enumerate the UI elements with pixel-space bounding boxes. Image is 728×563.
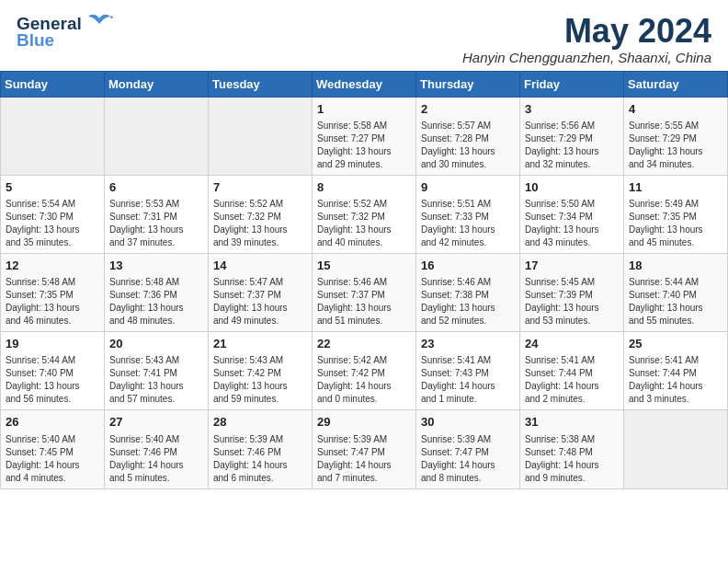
calendar-cell: 22Sunrise: 5:42 AM Sunset: 7:42 PM Dayli… <box>313 332 416 410</box>
day-number: 8 <box>317 179 411 196</box>
day-number: 25 <box>629 336 722 352</box>
day-number: 22 <box>317 336 411 352</box>
day-number: 28 <box>213 414 307 431</box>
col-header-monday: Monday <box>105 71 209 97</box>
calendar-cell: 6Sunrise: 5:53 AM Sunset: 7:31 PM Daylig… <box>105 175 209 253</box>
day-number: 20 <box>109 336 203 352</box>
calendar-cell: 7Sunrise: 5:52 AM Sunset: 7:32 PM Daylig… <box>209 175 313 253</box>
col-header-friday: Friday <box>520 71 624 97</box>
day-info: Sunrise: 5:43 AM Sunset: 7:42 PM Dayligh… <box>213 354 307 406</box>
calendar-week-row: 12Sunrise: 5:48 AM Sunset: 7:35 PM Dayli… <box>1 253 728 331</box>
day-number: 21 <box>213 336 307 352</box>
day-info: Sunrise: 5:38 AM Sunset: 7:48 PM Dayligh… <box>525 433 619 485</box>
day-info: Sunrise: 5:39 AM Sunset: 7:46 PM Dayligh… <box>213 433 307 485</box>
day-number: 15 <box>317 258 411 274</box>
header: General Blue May 2024 Hanyin Chengguanzh… <box>0 0 728 71</box>
calendar-cell: 1Sunrise: 5:58 AM Sunset: 7:27 PM Daylig… <box>313 97 416 175</box>
day-info: Sunrise: 5:52 AM Sunset: 7:32 PM Dayligh… <box>317 198 411 249</box>
day-info: Sunrise: 5:52 AM Sunset: 7:32 PM Dayligh… <box>213 198 307 249</box>
day-info: Sunrise: 5:39 AM Sunset: 7:47 PM Dayligh… <box>421 433 515 485</box>
calendar-cell: 21Sunrise: 5:43 AM Sunset: 7:42 PM Dayli… <box>209 332 313 410</box>
calendar: SundayMondayTuesdayWednesdayThursdayFrid… <box>0 71 728 489</box>
logo: General Blue <box>17 13 114 49</box>
calendar-cell: 10Sunrise: 5:50 AM Sunset: 7:34 PM Dayli… <box>520 175 624 253</box>
day-number: 13 <box>109 258 203 274</box>
day-number: 7 <box>213 179 307 196</box>
day-info: Sunrise: 5:40 AM Sunset: 7:46 PM Dayligh… <box>109 433 203 485</box>
col-header-sunday: Sunday <box>1 71 105 97</box>
calendar-cell: 11Sunrise: 5:49 AM Sunset: 7:35 PM Dayli… <box>624 175 728 253</box>
calendar-cell <box>1 97 105 175</box>
day-info: Sunrise: 5:55 AM Sunset: 7:29 PM Dayligh… <box>629 120 722 171</box>
calendar-cell: 24Sunrise: 5:41 AM Sunset: 7:44 PM Dayli… <box>520 332 624 410</box>
page-container: General Blue May 2024 Hanyin Chengguanzh… <box>0 0 728 489</box>
calendar-cell: 4Sunrise: 5:55 AM Sunset: 7:29 PM Daylig… <box>624 97 728 175</box>
calendar-cell: 18Sunrise: 5:44 AM Sunset: 7:40 PM Dayli… <box>624 253 728 331</box>
col-header-saturday: Saturday <box>624 71 728 97</box>
calendar-cell: 30Sunrise: 5:39 AM Sunset: 7:47 PM Dayli… <box>416 410 520 488</box>
day-info: Sunrise: 5:56 AM Sunset: 7:29 PM Dayligh… <box>525 120 619 171</box>
day-number: 26 <box>6 414 99 431</box>
day-info: Sunrise: 5:46 AM Sunset: 7:38 PM Dayligh… <box>421 276 515 327</box>
day-number: 10 <box>525 179 619 196</box>
day-info: Sunrise: 5:47 AM Sunset: 7:37 PM Dayligh… <box>213 276 307 327</box>
day-info: Sunrise: 5:57 AM Sunset: 7:28 PM Dayligh… <box>421 120 515 171</box>
calendar-cell: 16Sunrise: 5:46 AM Sunset: 7:38 PM Dayli… <box>416 253 520 331</box>
day-info: Sunrise: 5:40 AM Sunset: 7:45 PM Dayligh… <box>6 433 99 485</box>
day-info: Sunrise: 5:41 AM Sunset: 7:44 PM Dayligh… <box>525 354 619 406</box>
day-number: 3 <box>525 101 619 118</box>
day-info: Sunrise: 5:39 AM Sunset: 7:47 PM Dayligh… <box>317 433 411 485</box>
day-info: Sunrise: 5:45 AM Sunset: 7:39 PM Dayligh… <box>525 276 619 327</box>
day-number: 6 <box>109 179 203 196</box>
calendar-week-row: 26Sunrise: 5:40 AM Sunset: 7:45 PM Dayli… <box>1 410 728 488</box>
calendar-week-row: 19Sunrise: 5:44 AM Sunset: 7:40 PM Dayli… <box>1 332 728 410</box>
calendar-cell: 31Sunrise: 5:38 AM Sunset: 7:48 PM Dayli… <box>520 410 624 488</box>
calendar-cell <box>624 410 728 488</box>
calendar-cell: 29Sunrise: 5:39 AM Sunset: 7:47 PM Dayli… <box>313 410 416 488</box>
day-info: Sunrise: 5:54 AM Sunset: 7:30 PM Dayligh… <box>6 198 99 249</box>
day-number: 12 <box>6 258 99 274</box>
calendar-cell <box>209 97 313 175</box>
logo-bird-icon <box>85 13 114 33</box>
day-info: Sunrise: 5:41 AM Sunset: 7:43 PM Dayligh… <box>421 354 515 406</box>
day-info: Sunrise: 5:42 AM Sunset: 7:42 PM Dayligh… <box>317 354 411 406</box>
day-number: 17 <box>525 258 619 274</box>
day-info: Sunrise: 5:48 AM Sunset: 7:36 PM Dayligh… <box>109 276 203 327</box>
calendar-cell: 19Sunrise: 5:44 AM Sunset: 7:40 PM Dayli… <box>1 332 105 410</box>
calendar-week-row: 1Sunrise: 5:58 AM Sunset: 7:27 PM Daylig… <box>1 97 728 175</box>
day-number: 1 <box>317 101 411 118</box>
calendar-cell: 15Sunrise: 5:46 AM Sunset: 7:37 PM Dayli… <box>313 253 416 331</box>
day-number: 31 <box>525 414 619 431</box>
calendar-header-row: SundayMondayTuesdayWednesdayThursdayFrid… <box>1 71 728 97</box>
calendar-cell: 27Sunrise: 5:40 AM Sunset: 7:46 PM Dayli… <box>105 410 209 488</box>
col-header-thursday: Thursday <box>416 71 520 97</box>
title-block: May 2024 Hanyin Chengguanzhen, Shaanxi, … <box>462 13 711 65</box>
calendar-cell: 17Sunrise: 5:45 AM Sunset: 7:39 PM Dayli… <box>520 253 624 331</box>
calendar-cell: 8Sunrise: 5:52 AM Sunset: 7:32 PM Daylig… <box>313 175 416 253</box>
day-number: 29 <box>317 414 411 431</box>
calendar-cell <box>105 97 209 175</box>
calendar-cell: 9Sunrise: 5:51 AM Sunset: 7:33 PM Daylig… <box>416 175 520 253</box>
month-year: May 2024 <box>462 13 711 50</box>
day-number: 24 <box>525 336 619 352</box>
day-number: 5 <box>6 179 99 196</box>
calendar-cell: 5Sunrise: 5:54 AM Sunset: 7:30 PM Daylig… <box>1 175 105 253</box>
calendar-cell: 13Sunrise: 5:48 AM Sunset: 7:36 PM Dayli… <box>105 253 209 331</box>
day-info: Sunrise: 5:49 AM Sunset: 7:35 PM Dayligh… <box>629 198 722 249</box>
day-info: Sunrise: 5:48 AM Sunset: 7:35 PM Dayligh… <box>6 276 99 327</box>
calendar-week-row: 5Sunrise: 5:54 AM Sunset: 7:30 PM Daylig… <box>1 175 728 253</box>
day-info: Sunrise: 5:58 AM Sunset: 7:27 PM Dayligh… <box>317 120 411 171</box>
location: Hanyin Chengguanzhen, Shaanxi, China <box>462 50 711 65</box>
calendar-cell: 28Sunrise: 5:39 AM Sunset: 7:46 PM Dayli… <box>209 410 313 488</box>
calendar-cell: 3Sunrise: 5:56 AM Sunset: 7:29 PM Daylig… <box>520 97 624 175</box>
day-number: 27 <box>109 414 203 431</box>
day-info: Sunrise: 5:44 AM Sunset: 7:40 PM Dayligh… <box>6 354 99 406</box>
day-info: Sunrise: 5:53 AM Sunset: 7:31 PM Dayligh… <box>109 198 203 249</box>
calendar-cell: 25Sunrise: 5:41 AM Sunset: 7:44 PM Dayli… <box>624 332 728 410</box>
day-number: 23 <box>421 336 515 352</box>
day-number: 2 <box>421 101 515 118</box>
calendar-cell: 12Sunrise: 5:48 AM Sunset: 7:35 PM Dayli… <box>1 253 105 331</box>
calendar-cell: 23Sunrise: 5:41 AM Sunset: 7:43 PM Dayli… <box>416 332 520 410</box>
day-number: 18 <box>629 258 722 274</box>
day-info: Sunrise: 5:41 AM Sunset: 7:44 PM Dayligh… <box>629 354 722 406</box>
